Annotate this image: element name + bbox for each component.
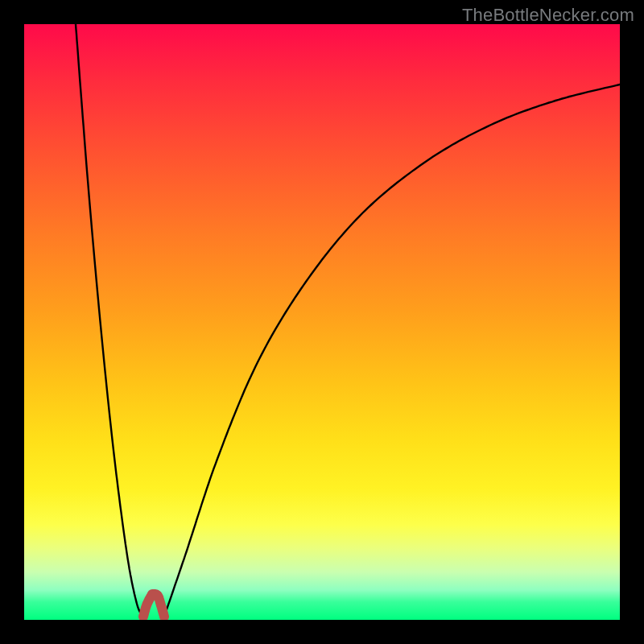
watermark-text: TheBottleNecker.com bbox=[462, 5, 634, 26]
chart-plot-area bbox=[24, 24, 620, 620]
curve-left-branch bbox=[76, 24, 143, 617]
chart-svg bbox=[24, 24, 620, 620]
curve-group bbox=[76, 24, 620, 617]
curve-minimum-bump bbox=[143, 594, 164, 617]
chart-frame: TheBottleNecker.com bbox=[0, 0, 644, 644]
curve-right-branch bbox=[164, 85, 620, 617]
